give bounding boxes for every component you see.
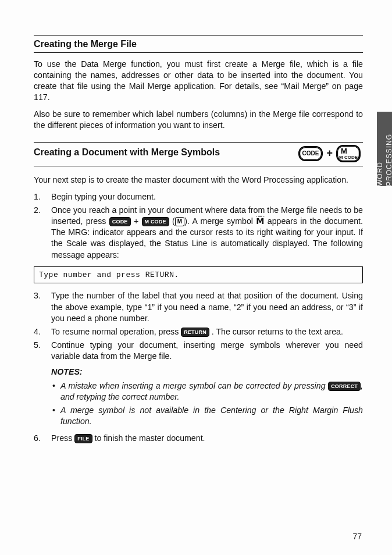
note-1: A mistake when inserting a merge symbol … [51, 380, 363, 403]
inline-key-correct: CORRECT [328, 382, 361, 391]
step-6-b: to finish the master document. [94, 433, 205, 443]
top-rule [34, 35, 363, 35]
merge-symbol: M̅ [256, 216, 264, 226]
section2-title: Creating a Document with Merge Symbols [34, 145, 298, 159]
step-4-text-b: . The cursor returns to the text area. [212, 327, 343, 336]
notes-heading: NOTES: [51, 367, 363, 378]
page-number: 77 [352, 531, 362, 542]
inline-key-file: FILE [74, 434, 92, 443]
key-combo: CODE + M M CODE [298, 145, 361, 166]
note-2: A merge symbol is not available in the C… [51, 405, 363, 427]
note-1-a: A mistake when inserting a merge symbol … [60, 381, 328, 390]
keycap-m-bottom: M CODE [339, 155, 358, 160]
section1-para2: Also be sure to remember which label num… [34, 109, 363, 131]
inline-key-m: M [175, 217, 185, 226]
inline-key-return: RETURN [181, 328, 209, 337]
step-6-a: Press [51, 433, 74, 443]
step-3: Type the number of the label that you ne… [34, 290, 363, 324]
step-5: Continue typing your document, inserting… [34, 340, 363, 362]
notes-list: A mistake when inserting a merge symbol … [51, 380, 363, 428]
section2: Creating a Document with Merge Symbols C… [34, 142, 363, 444]
plus-icon: + [326, 146, 333, 160]
step-4-text-a: To resume normal operation, press [51, 327, 181, 336]
inline-key-code: CODE [109, 217, 131, 226]
step-6: Press FILE to finish the master document… [34, 433, 363, 444]
notes-block: NOTES: A mistake when inserting a merge … [34, 367, 363, 427]
instruction-list-end: Press FILE to finish the master document… [34, 433, 363, 444]
step-2: Once you reach a point in your document … [34, 205, 363, 261]
step-4: To resume normal operation, press RETURN… [34, 326, 363, 337]
keycap-code-label: CODE [302, 151, 319, 156]
section1-para1: To use the Data Merge function, you must… [34, 59, 363, 104]
section2-header: Creating a Document with Merge Symbols C… [34, 145, 363, 166]
section2-intro: Your next step is to create the master d… [34, 175, 363, 186]
section1-title: Creating the Merge File [34, 38, 363, 53]
instruction-list: Begin typing your document. Once you rea… [34, 191, 363, 261]
side-tab-word-processing: WORD PROCESSING [377, 112, 392, 186]
message-box: Type number and press RETURN. [34, 266, 363, 284]
step-1: Begin typing your document. [34, 191, 363, 202]
inline-key-mcode: M CODE [142, 217, 169, 226]
keycap-m-top: M [339, 147, 347, 155]
step-2-plus: + [134, 216, 142, 226]
keycap-code: CODE [298, 146, 323, 161]
step-2-text-c: ). A merge symbol [184, 216, 256, 226]
keycap-m: M M CODE [336, 145, 361, 162]
instruction-list-cont: Type the number of the label that you ne… [34, 290, 363, 362]
